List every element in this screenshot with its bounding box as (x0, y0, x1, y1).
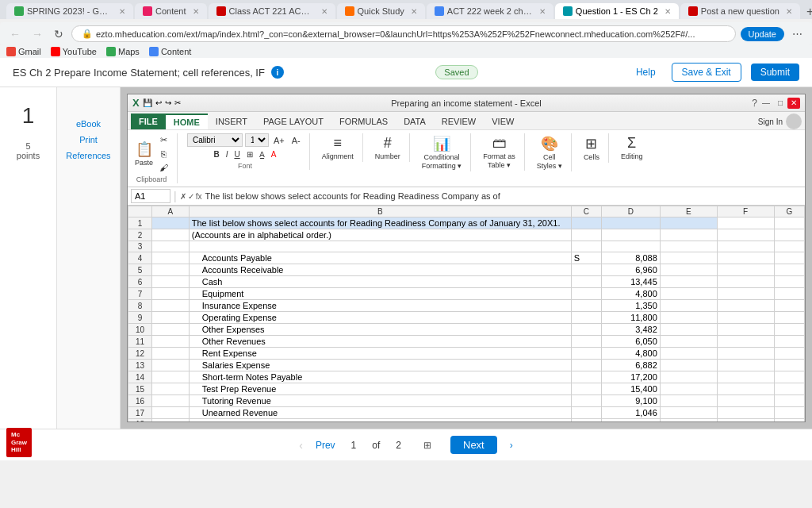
cell-f18[interactable] (717, 419, 774, 422)
bookmark-youtube[interactable]: YouTube (51, 47, 97, 56)
cell-e8[interactable] (660, 300, 717, 312)
row-header-13[interactable]: 13 (128, 360, 152, 371)
browser-tab-tab2[interactable]: Content✕ (135, 3, 207, 19)
row-header-9[interactable]: 9 (128, 312, 152, 324)
cell-b10[interactable]: Other Expenses (189, 324, 571, 336)
cell-e10[interactable] (660, 324, 717, 336)
row-header-14[interactable]: 14 (128, 371, 152, 383)
underline-button[interactable]: U (232, 148, 242, 160)
cell-g9[interactable] (774, 312, 804, 324)
excel-close-button[interactable]: ✕ (787, 98, 800, 109)
cell-c18[interactable] (571, 419, 601, 422)
cell-f7[interactable] (717, 288, 774, 300)
cell-d10[interactable]: 3,482 (602, 324, 661, 336)
prev-label[interactable]: Prev (316, 440, 335, 451)
cell-a12[interactable] (152, 348, 190, 360)
font-select[interactable]: Calibri (187, 133, 243, 147)
cell-e9[interactable] (660, 312, 717, 324)
cell-e6[interactable] (660, 276, 717, 288)
row-header-10[interactable]: 10 (128, 324, 152, 336)
info-icon[interactable]: i (271, 66, 284, 79)
cell-c7[interactable] (571, 288, 601, 300)
save-exit-button[interactable]: Save & Exit (672, 63, 741, 82)
cell-e4[interactable] (660, 252, 717, 264)
cell-c5[interactable] (571, 264, 601, 276)
cell-d1[interactable] (602, 217, 661, 229)
sidebar-item-references[interactable]: References (66, 151, 110, 160)
cell-a11[interactable] (152, 336, 190, 348)
cell-c4[interactable]: S (571, 252, 601, 264)
cell-f8[interactable] (717, 300, 774, 312)
ribbon-tab-view[interactable]: VIEW (484, 114, 522, 129)
cell-e11[interactable] (660, 336, 717, 348)
row-header-4[interactable]: 4 (128, 252, 152, 264)
cell-a2[interactable] (152, 229, 190, 241)
cell-b6[interactable]: Cash (189, 276, 571, 288)
cell-a9[interactable] (152, 312, 190, 324)
cell-d13[interactable]: 6,882 (602, 360, 661, 371)
ribbon-tab-review[interactable]: REVIEW (434, 114, 484, 129)
browser-tab-tab7[interactable]: Post a new question✕ (680, 3, 800, 19)
cell-c1[interactable] (571, 217, 601, 229)
cell-g16[interactable] (774, 395, 804, 407)
cell-c10[interactable] (571, 324, 601, 336)
cell-f16[interactable] (717, 395, 774, 407)
sidebar-item-print[interactable]: Print (79, 135, 98, 144)
insert-function-button[interactable]: fx (196, 192, 202, 201)
cell-a3[interactable] (152, 241, 190, 252)
cell-f10[interactable] (717, 324, 774, 336)
cell-g2[interactable] (774, 229, 804, 241)
cell-g8[interactable] (774, 300, 804, 312)
row-header-15[interactable]: 15 (128, 383, 152, 395)
cell-g12[interactable] (774, 348, 804, 360)
cell-b18[interactable] (189, 419, 571, 422)
cell-a10[interactable] (152, 324, 190, 336)
copy-button[interactable]: ⎘ (157, 148, 170, 160)
cell-d2[interactable] (602, 229, 661, 241)
cell-g18[interactable] (774, 419, 804, 422)
cell-c11[interactable] (571, 336, 601, 348)
cell-c16[interactable] (571, 395, 601, 407)
sign-in-area[interactable]: Sign In (758, 114, 802, 129)
update-button[interactable]: Update (741, 27, 784, 41)
cell-f13[interactable] (717, 360, 774, 371)
row-header-3[interactable]: 3 (128, 241, 152, 252)
cell-b12[interactable]: Rent Expense (189, 348, 571, 360)
browser-tab-tab5[interactable]: ACT 222 week 2 cha...✕ (427, 3, 553, 19)
format-painter-button[interactable]: 🖌 (157, 161, 170, 174)
paste-button[interactable]: 📋Paste (132, 139, 155, 168)
cell-g11[interactable] (774, 336, 804, 348)
sidebar-item-ebook[interactable]: eBook (76, 119, 101, 129)
cell-a7[interactable] (152, 288, 190, 300)
cell-b7[interactable]: Equipment (189, 288, 571, 300)
row-header-6[interactable]: 6 (128, 276, 152, 288)
cell-c12[interactable] (571, 348, 601, 360)
cell-g7[interactable] (774, 288, 804, 300)
number-button[interactable]: #Number (373, 133, 403, 162)
row-header-5[interactable]: 5 (128, 264, 152, 276)
cell-e12[interactable] (660, 348, 717, 360)
cell-styles-button[interactable]: 🎨CellStyles ▾ (534, 133, 565, 171)
cell-e18[interactable] (660, 419, 717, 422)
cell-d18[interactable] (602, 419, 661, 422)
help-button[interactable]: Help (630, 64, 662, 81)
cell-b16[interactable]: Tutoring Revenue (189, 395, 571, 407)
cell-g10[interactable] (774, 324, 804, 336)
cell-e17[interactable] (660, 407, 717, 419)
alignment-button[interactable]: ≡Alignment (320, 133, 356, 162)
cell-f14[interactable] (717, 371, 774, 383)
row-header-11[interactable]: 11 (128, 336, 152, 348)
extension-button[interactable]: ⋯ (789, 26, 806, 41)
cell-e15[interactable] (660, 383, 717, 395)
reload-button[interactable]: ↻ (51, 26, 67, 42)
url-bar[interactable]: 🔒 ezto.mheducation.com/ext/map/index.htm… (71, 25, 736, 42)
cell-d14[interactable]: 17,200 (602, 371, 661, 383)
cell-g14[interactable] (774, 371, 804, 383)
ribbon-tab-formulas[interactable]: FORMULAS (331, 114, 396, 129)
browser-tab-tab6[interactable]: Question 1 - ES Ch 2✕ (555, 3, 679, 19)
col-header-d[interactable]: D (602, 206, 661, 217)
cell-b3[interactable] (189, 241, 571, 252)
col-header-a[interactable]: A (152, 206, 190, 217)
cell-f9[interactable] (717, 312, 774, 324)
cell-a18[interactable] (152, 419, 190, 422)
